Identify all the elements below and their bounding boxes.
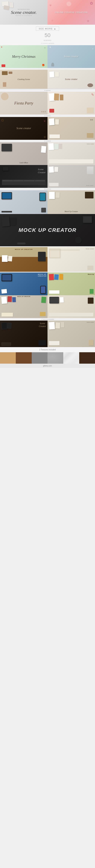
brand-subtitle: CREATED IN ILLUSTRATOR bbox=[11, 15, 36, 16]
fiesta-row: ✿ ✿ ✿ Fiesta Party ✎ bbox=[0, 92, 95, 115]
mock-up-label: Mock Up Creator bbox=[49, 210, 94, 213]
wood-right: Scene creator bbox=[48, 247, 95, 272]
cooking-right: Scene creator bbox=[48, 70, 95, 89]
office-count: 11 scenes bbox=[0, 140, 95, 142]
fiesta-left: ✿ ✿ ✿ Fiesta Party bbox=[0, 92, 48, 115]
texture-wood-dark bbox=[16, 352, 32, 364]
texture-row bbox=[0, 352, 95, 364]
dark-kbd-left: SceneCreator bbox=[0, 165, 48, 188]
christmas-title: Merry Christmas bbox=[12, 55, 35, 59]
tech-right: Mock Up Creator bbox=[48, 190, 95, 214]
christmas-cell-right: ❅ ❄ Scene creator bbox=[48, 45, 95, 68]
page-wrapper: INTRODUCING Scene creator. CREATED IN IL… bbox=[0, 0, 95, 368]
banner-right: ✿ ✾ ❀ ✿ ONLINE COURSE CREATION bbox=[48, 0, 95, 25]
fiesta-title: Fiesta Party bbox=[14, 101, 33, 105]
dark-keyboard-row: SceneCreator Scene creator bbox=[0, 165, 95, 188]
fiesta-count: 6 scenes bbox=[0, 89, 95, 92]
see-more-button[interactable]: SEE MORE ▲ bbox=[36, 27, 59, 31]
final-dark-row: SceneCreator Scene creator bbox=[0, 320, 95, 347]
dark-floral-row: ✿ ❀ ✾ Scene creator ✿✿ bbox=[0, 117, 95, 140]
office-cool-label: Cool Office bbox=[20, 162, 28, 164]
mockup-creator-title: MOCK UP CREATOR bbox=[19, 227, 76, 234]
banner-left: INTRODUCING Scene creator. CREATED IN IL… bbox=[0, 0, 48, 25]
texture-wood-light bbox=[0, 352, 16, 364]
christmas-right-label: Scene creator bbox=[64, 55, 78, 58]
scenes-count: 50 bbox=[0, 32, 95, 38]
multi-mock-label: MOCK UP CREATOR bbox=[17, 296, 30, 297]
dark-kbd-title: SceneCreator bbox=[38, 168, 45, 174]
cooking-row: Cooking Scene Scene creator bbox=[0, 70, 95, 89]
office-left: Cool Office bbox=[0, 142, 48, 165]
texture-header: 2 Textures included bbox=[0, 347, 95, 352]
tech-left bbox=[0, 190, 48, 214]
final-dark-label: SceneCreator bbox=[39, 322, 46, 328]
texture-label: 2 Textures included bbox=[39, 349, 56, 351]
office-right: Scene creator bbox=[48, 142, 95, 165]
texture-concrete bbox=[48, 352, 63, 364]
wood-left: MOCK UP CREATOR bbox=[0, 247, 48, 272]
cooking-left: Cooking Scene bbox=[0, 70, 48, 89]
scenes-label: scenes bbox=[44, 39, 52, 41]
multi-row: MOCK UP CREATOR Scene creator bbox=[0, 295, 95, 318]
wood-mock-label: MOCK UP CREATOR bbox=[15, 249, 33, 250]
brand-title: Scene creator. bbox=[11, 10, 36, 15]
flatlay-right-label: Mock Up bbox=[88, 274, 94, 275]
dark-floral-left: ✿ ❀ ✾ Scene creator bbox=[0, 117, 48, 140]
texture-wood-gray bbox=[32, 352, 48, 364]
christmas-row: ❅ ✦ 🎁 Merry Christmas ❅ ❄ Scene creator bbox=[0, 45, 95, 69]
flatlay-left: MOCK UPCREATOR bbox=[0, 273, 48, 295]
right-banner-title: ONLINE COURSE CREATION bbox=[55, 11, 88, 13]
dark-floral-right: ✿✿ bbox=[48, 117, 95, 140]
top-banner: INTRODUCING Scene creator. CREATED IN IL… bbox=[0, 0, 95, 25]
flatlay-right: Mock Up bbox=[48, 273, 95, 295]
cooking-scene-label: Scene creator bbox=[65, 78, 77, 81]
final-dark-right: Scene creator bbox=[48, 320, 95, 347]
final-count: 2 Textures included bbox=[0, 318, 95, 320]
scenes-sub: 11 scene variants bbox=[0, 42, 95, 44]
footer-site: gfxtra.com bbox=[43, 365, 52, 367]
texture-dark-wood bbox=[79, 352, 95, 364]
cooking-title: Cooking Scene bbox=[18, 78, 30, 80]
office-row: Cool Office Scene creator bbox=[0, 142, 95, 165]
tech-row: Mock Up Creator bbox=[0, 190, 95, 214]
see-more-section: SEE MORE ▲ 50 scenes 11 scene variants bbox=[0, 25, 95, 45]
texture-marble bbox=[63, 352, 79, 364]
flatlay-row: MOCK UPCREATOR Mock Up bbox=[0, 273, 95, 295]
final-dark-left: SceneCreator bbox=[0, 320, 48, 347]
christmas-cell-left: ❅ ✦ 🎁 Merry Christmas bbox=[0, 45, 48, 68]
dark-kbd-right: Scene creator bbox=[48, 165, 95, 188]
multi-right: Scene creator bbox=[48, 295, 95, 318]
dark-scene-label: Scene creator bbox=[17, 127, 31, 130]
flatlay-mock-label: MOCK UPCREATOR bbox=[38, 274, 46, 277]
multi-left: MOCK UP CREATOR bbox=[0, 295, 48, 318]
fiesta-right: ✎ bbox=[48, 92, 95, 115]
wood-desk-row: MOCK UP CREATOR Scene creator bbox=[0, 247, 95, 272]
dark-floral-count: 8 scenes bbox=[0, 115, 95, 117]
tech-count: 19 scenes bbox=[0, 188, 95, 190]
footer-bar: gfxtra.com bbox=[0, 364, 95, 368]
mockup-creator-section: MOCK UP CREATOR bbox=[0, 214, 95, 246]
